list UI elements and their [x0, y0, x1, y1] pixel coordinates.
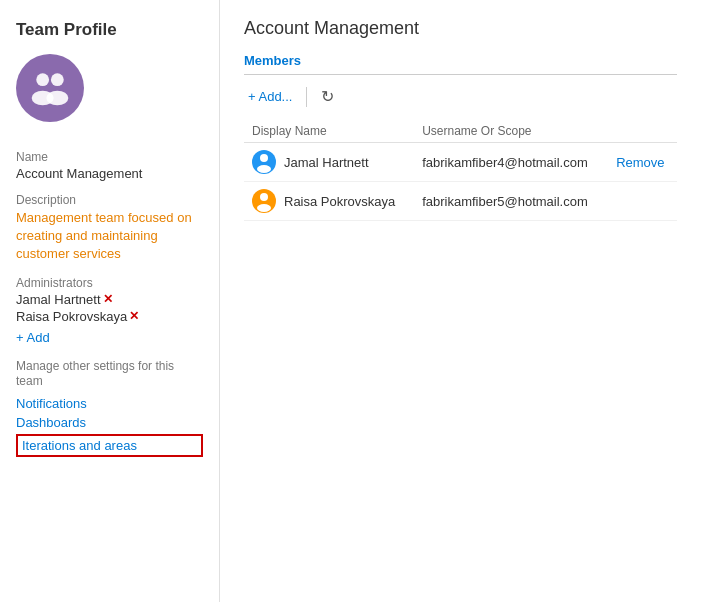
- svg-point-3: [46, 90, 68, 105]
- members-table: Display Name Username Or Scope Jamal: [244, 120, 677, 221]
- remove-admin-0-icon[interactable]: ✕: [103, 292, 113, 306]
- page-title: Account Management: [244, 18, 677, 39]
- remove-admin-1-icon[interactable]: ✕: [129, 309, 139, 323]
- table-row: Jamal Hartnett fabrikamfiber4@hotmail.co…: [244, 143, 677, 182]
- svg-point-0: [36, 73, 49, 86]
- col-display-name: Display Name: [244, 120, 414, 143]
- notifications-link[interactable]: Notifications: [16, 396, 203, 411]
- description-value: Management team focused on creating and …: [16, 209, 203, 264]
- section-divider: [244, 74, 677, 75]
- col-actions: [608, 120, 677, 143]
- admin-name-1: Raisa Pokrovskaya: [16, 309, 127, 324]
- member-username-1: fabrikamfiber5@hotmail.com: [414, 182, 608, 221]
- admin-item-0: Jamal Hartnett ✕: [16, 292, 203, 307]
- members-toolbar: + Add... ↻: [244, 85, 677, 108]
- refresh-button[interactable]: ↻: [317, 85, 338, 108]
- admin-name-0: Jamal Hartnett: [16, 292, 101, 307]
- dashboards-link[interactable]: Dashboards: [16, 415, 203, 430]
- member-name-cell-0: Jamal Hartnett: [244, 143, 414, 182]
- svg-point-5: [257, 165, 271, 173]
- manage-settings-label: Manage other settings for this team: [16, 359, 203, 390]
- member-username-0: fabrikamfiber4@hotmail.com: [414, 143, 608, 182]
- team-avatar: [16, 54, 84, 122]
- member-actions-1: [608, 182, 677, 221]
- add-admin-link[interactable]: + Add: [16, 330, 203, 345]
- member-avatar-1: [252, 189, 276, 213]
- add-member-label: + Add...: [248, 89, 292, 104]
- name-label: Name: [16, 150, 203, 164]
- members-section-title: Members: [244, 53, 677, 68]
- member-display-name-1: Raisa Pokrovskaya: [284, 194, 395, 209]
- main-content: Account Management Members + Add... ↻ Di…: [220, 0, 701, 602]
- member-avatar-0: [252, 150, 276, 174]
- table-row: Raisa Pokrovskaya fabrikamfiber5@hotmail…: [244, 182, 677, 221]
- svg-point-7: [257, 204, 271, 212]
- member-name-cell-1: Raisa Pokrovskaya: [244, 182, 414, 221]
- iterations-areas-link[interactable]: Iterations and areas: [16, 434, 203, 457]
- description-label: Description: [16, 193, 203, 207]
- remove-member-0-link[interactable]: Remove: [616, 155, 664, 170]
- team-avatar-icon: [28, 65, 72, 112]
- administrators-label: Administrators: [16, 276, 203, 290]
- svg-point-6: [260, 193, 268, 201]
- sidebar: Team Profile Name Account Management Des…: [0, 0, 220, 602]
- svg-point-1: [51, 73, 64, 86]
- table-header-row: Display Name Username Or Scope: [244, 120, 677, 143]
- team-name-value: Account Management: [16, 166, 203, 181]
- col-username: Username Or Scope: [414, 120, 608, 143]
- toolbar-divider: [306, 87, 307, 107]
- svg-point-4: [260, 154, 268, 162]
- team-profile-title: Team Profile: [16, 20, 203, 40]
- refresh-icon: ↻: [321, 87, 334, 106]
- add-member-button[interactable]: + Add...: [244, 87, 296, 106]
- member-display-name-0: Jamal Hartnett: [284, 155, 369, 170]
- member-actions-0: Remove: [608, 143, 677, 182]
- admin-item-1: Raisa Pokrovskaya ✕: [16, 309, 203, 324]
